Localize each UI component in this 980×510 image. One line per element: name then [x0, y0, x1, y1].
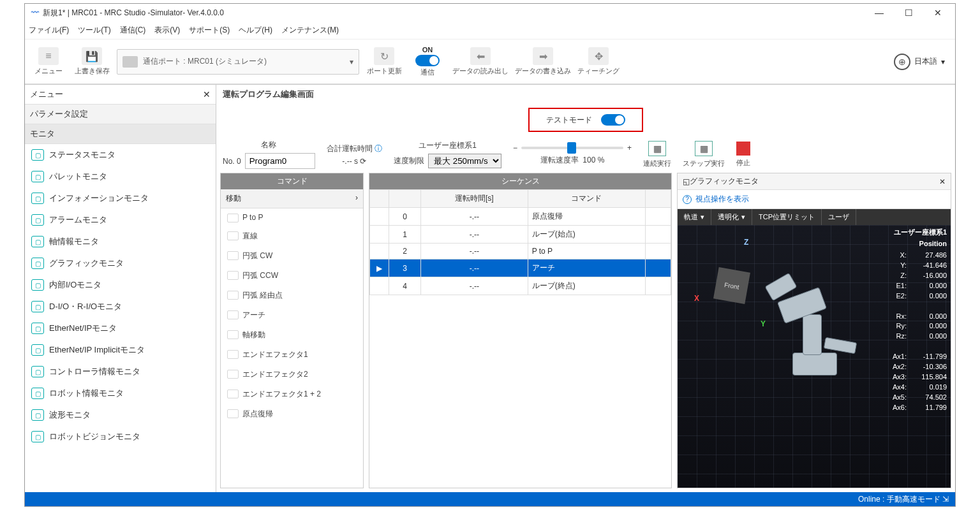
data-read-button[interactable]: ⬅データの読み出し: [452, 47, 509, 76]
col-cmd: コマンド: [528, 190, 645, 208]
sidebar-item-1[interactable]: ▢パレットモニタ: [25, 166, 216, 187]
menu-view[interactable]: 表示(V): [154, 25, 180, 36]
sequence-row[interactable]: 1-.--ループ(始点): [370, 226, 671, 244]
sidebar-item-10[interactable]: ▢コントローラ情報モニタ: [25, 361, 216, 382]
menu-support[interactable]: サポート(S): [189, 25, 230, 36]
refresh-icon: ↻: [374, 47, 394, 65]
step-run-button[interactable]: ▦ステップ実行: [683, 141, 725, 168]
menu-help[interactable]: ヘルプ(H): [239, 25, 272, 36]
sidebar-monitor[interactable]: モニタ: [25, 124, 216, 144]
command-item-9[interactable]: エンドエフェクタ1 + 2: [221, 384, 363, 404]
total-time-label: 合計運転時間: [327, 144, 373, 153]
gfx-tab-0[interactable]: 軌道 ▾: [678, 209, 711, 225]
language-selector[interactable]: ⊕ 日本語▾: [894, 54, 945, 70]
command-item-7[interactable]: エンドエフェクタ1: [221, 345, 363, 365]
monitor-icon: ▢: [31, 431, 44, 442]
sidebar-item-8[interactable]: ▢EtherNet/IPモニタ: [25, 317, 216, 339]
slider-minus[interactable]: −: [513, 143, 517, 152]
menu-file[interactable]: ファイル(F): [29, 25, 69, 36]
speed-limit-select[interactable]: 最大 250mm/s: [428, 154, 501, 168]
monitor-icon: ▢: [31, 193, 44, 204]
name-label: 名称: [261, 140, 276, 150]
menu-maint[interactable]: メンテナンス(M): [281, 25, 339, 36]
command-item-4[interactable]: 円弧 経由点: [221, 286, 363, 305]
maximize-button[interactable]: ☐: [894, 4, 923, 22]
program-name-input[interactable]: [245, 153, 315, 169]
sequence-panel: シーケンス 運転時間[s]コマンド 0-.--原点復帰1-.--ループ(始点)2…: [369, 173, 672, 488]
viewpoint-help[interactable]: ?視点操作を表示: [678, 190, 951, 209]
sequence-row[interactable]: 2-.--P to P: [370, 244, 671, 259]
total-time-value: -.-- s: [342, 157, 358, 166]
command-item-10[interactable]: 原点復帰: [221, 404, 363, 424]
command-item-0[interactable]: P to P: [221, 208, 363, 226]
speed-limit-label: 速度制限: [394, 156, 424, 166]
monitor-icon: ▢: [31, 258, 44, 269]
monitor-icon: ▢: [31, 366, 44, 377]
sidebar-item-5[interactable]: ▢グラフィックモニタ: [25, 252, 216, 274]
port-update-button[interactable]: ↻ポート更新: [366, 47, 403, 76]
menubar: ファイル(F) ツール(T) 通信(C) 表示(V) サポート(S) ヘルプ(H…: [25, 22, 955, 40]
sidebar-item-13[interactable]: ▢ロボットビジョンモニタ: [25, 426, 216, 448]
robot-model: [767, 263, 856, 378]
menu-comm[interactable]: 通信(C): [120, 25, 146, 36]
config-row: 名称 No. 0 合計運転時間 ⓘ -.-- s ⟳ ユーザー座標系1 速度制限…: [216, 136, 955, 173]
comm-toggle[interactable]: ON 通信: [409, 46, 446, 77]
sidebar-close-icon[interactable]: ✕: [203, 89, 211, 99]
command-item-1[interactable]: 直線: [221, 226, 363, 246]
graphic-close-icon[interactable]: ✕: [939, 177, 946, 186]
speed-rate-value: 100 %: [583, 156, 604, 164]
menu-button[interactable]: ≡メニュー: [30, 47, 67, 76]
app-icon: 〰: [31, 8, 39, 17]
sequence-row[interactable]: 0-.--原点復帰: [370, 208, 671, 226]
sidebar-item-12[interactable]: ▢波形モニタ: [25, 404, 216, 426]
sidebar-item-9[interactable]: ▢EtherNet/IP Implicitモニタ: [25, 339, 216, 361]
monitor-icon: ▢: [31, 344, 44, 356]
globe-icon: ⊕: [894, 54, 910, 70]
close-button[interactable]: ✕: [923, 4, 953, 22]
monitor-icon: ▢: [31, 301, 44, 312]
viewport-3d[interactable]: Front X Y Z ユーザー座標系1 P: [678, 225, 951, 488]
gfx-tab-1[interactable]: 透明化 ▾: [711, 209, 752, 225]
sidebar-item-11[interactable]: ▢ロボット情報モニタ: [25, 382, 216, 404]
command-item-2[interactable]: 円弧 CW: [221, 246, 363, 266]
sequence-row[interactable]: 4-.--ループ(終点): [370, 277, 671, 295]
save-button[interactable]: 💾上書き保存: [73, 47, 110, 76]
command-item-8[interactable]: エンドエフェクタ2: [221, 365, 363, 384]
command-item-3[interactable]: 円弧 CCW: [221, 266, 363, 286]
sequence-panel-title: シーケンス: [369, 173, 671, 189]
view-cube[interactable]: Front: [713, 267, 750, 304]
menu-tool[interactable]: ツール(T): [78, 25, 110, 36]
command-panel: コマンド 移動› P to P直線円弧 CW円弧 CCW円弧 経由点アーチ軸移動…: [220, 173, 364, 488]
continuous-run-button[interactable]: ▦連続実行: [643, 141, 671, 168]
command-panel-title: コマンド: [221, 173, 363, 189]
save-icon: 💾: [82, 47, 102, 65]
sequence-row[interactable]: ▶3-.--アーチ: [370, 259, 671, 277]
sidebar-item-6[interactable]: ▢内部I/Oモニタ: [25, 274, 216, 296]
test-mode-toggle[interactable]: [601, 114, 625, 126]
grid-step-icon: ▦: [695, 141, 713, 156]
data-write-button[interactable]: ➡データの書き込み: [515, 47, 571, 76]
sidebar-item-2[interactable]: ▢インフォメーションモニタ: [25, 187, 216, 209]
sidebar-item-0[interactable]: ▢ステータスモニタ: [25, 144, 216, 166]
monitor-icon: ▢: [31, 171, 44, 182]
main-title: 運転プログラム編集画面: [216, 85, 955, 104]
port-selector[interactable]: 通信ポート : MRC01 (シミュレータ) ▾: [117, 49, 359, 75]
sidebar-item-7[interactable]: ▢D-I/O・R-I/Oモニタ: [25, 296, 216, 317]
command-item-6[interactable]: 軸移動: [221, 325, 363, 345]
speed-rate-slider[interactable]: [521, 147, 623, 149]
command-item-5[interactable]: アーチ: [221, 305, 363, 325]
teaching-button[interactable]: ✥ティーチング: [577, 47, 620, 76]
gfx-tab-2[interactable]: TCP位置リミット: [752, 209, 822, 225]
minimize-button[interactable]: —: [865, 4, 894, 22]
gfx-tab-3[interactable]: ユーザ: [822, 209, 856, 225]
read-icon: ⬅: [470, 47, 491, 65]
col-time: 運転時間[s]: [421, 190, 528, 208]
monitor-icon: ▢: [31, 279, 44, 291]
sidebar-item-3[interactable]: ▢アラームモニタ: [25, 209, 216, 231]
slider-plus[interactable]: +: [627, 143, 632, 152]
stop-button[interactable]: 停止: [736, 142, 750, 168]
sidebar-item-4[interactable]: ▢軸情報モニタ: [25, 231, 216, 252]
position-info: ユーザー座標系1 Position X: 27.486Y: -41.646Z: …: [885, 228, 947, 413]
command-category-move[interactable]: 移動›: [221, 189, 363, 208]
sidebar-param[interactable]: パラメータ設定: [25, 105, 216, 124]
